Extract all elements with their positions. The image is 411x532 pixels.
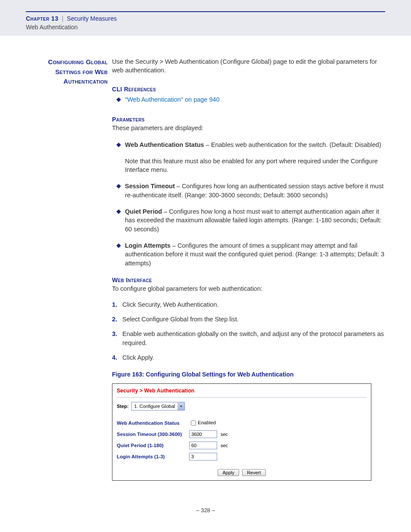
- bullet-icon: ◆: [116, 140, 125, 149]
- revert-button[interactable]: Revert: [242, 469, 265, 476]
- param-item: Login Attempts – Configures the amount o…: [125, 241, 385, 268]
- checkbox-label: Enabled: [198, 420, 216, 425]
- web-interface-heading: Web Interface: [112, 276, 385, 285]
- step-text: Click Security, Web Authentication.: [122, 300, 219, 309]
- param-item: Session Timeout – Configures how long an…: [125, 182, 385, 199]
- step-number: 1.: [112, 300, 122, 309]
- step-number: 4.: [112, 353, 122, 362]
- bullet-icon: ◆: [116, 182, 125, 190]
- step-number: 3.: [112, 330, 122, 338]
- page-number: – 328 –: [26, 507, 385, 514]
- session-timeout-input[interactable]: [189, 430, 217, 438]
- unit-label: sec: [221, 440, 231, 451]
- param-item: Quiet Period – Configures how long a hos…: [125, 207, 385, 233]
- page-header: Chapter 13 | Security Measures Web Authe…: [0, 0, 411, 36]
- cli-heading: CLI References: [112, 85, 385, 94]
- step-text: Enable web authentication globally on th…: [122, 330, 385, 347]
- apply-button[interactable]: Apply: [218, 469, 239, 476]
- ui-breadcrumb: Security > Web Authentication: [112, 384, 371, 398]
- chevron-down-icon[interactable]: ▾: [177, 402, 184, 410]
- web-interface-intro: To configure global parameters for web a…: [112, 284, 385, 293]
- figure-title: Figure 163: Configuring Global Settings …: [112, 370, 385, 379]
- divider: [117, 397, 367, 398]
- login-attempts-input[interactable]: [189, 453, 217, 460]
- figure-screenshot: Security > Web Authentication Step: 1. C…: [112, 383, 371, 481]
- bullet-icon: ◆: [116, 241, 125, 250]
- field-label: Quiet Period (1-180): [117, 440, 189, 451]
- section-heading: Configuring Global Settings for Web Auth…: [26, 57, 108, 87]
- field-label: Web Authentication Status: [117, 417, 189, 429]
- cli-link[interactable]: "Web Authentication" on page 940: [125, 95, 385, 104]
- param-item: Web Authentication Status – Enables web …: [125, 140, 385, 149]
- chapter-subtitle: Web Authentication: [26, 23, 385, 32]
- separator: |: [62, 15, 64, 22]
- bullet-icon: ◆: [116, 95, 125, 104]
- enabled-checkbox[interactable]: [191, 420, 196, 426]
- field-label: Session Timeout (300-3600): [117, 429, 189, 440]
- step-label: Step:: [117, 403, 129, 410]
- intro-text: Use the Security > Web Authentication (C…: [112, 57, 385, 75]
- step-text: Select Configure Global from the Step li…: [122, 315, 239, 324]
- step-text: Click Apply.: [122, 353, 154, 362]
- bullet-icon: ◆: [116, 207, 125, 216]
- step-select[interactable]: 1. Configure Global ▾: [131, 402, 185, 411]
- step-number: 2.: [112, 315, 122, 324]
- parameters-heading: Parameters: [112, 115, 385, 124]
- chapter-title: Security Measures: [67, 15, 117, 22]
- chapter-label: Chapter 13: [26, 15, 59, 22]
- field-label: Login Attempts (1-3): [117, 451, 189, 462]
- quiet-period-input[interactable]: [189, 442, 217, 449]
- param-note: Note that this feature must also be enab…: [125, 157, 385, 174]
- unit-label: sec: [221, 429, 231, 440]
- parameters-intro: These parameters are displayed:: [112, 124, 385, 132]
